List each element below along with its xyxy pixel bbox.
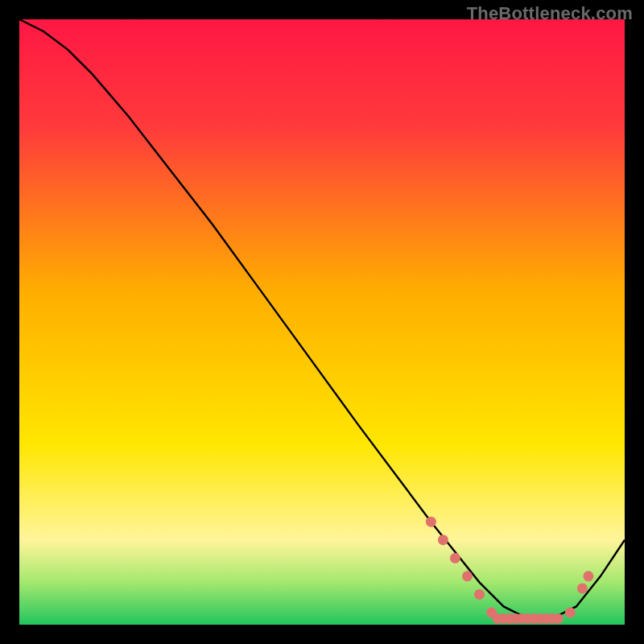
data-marker — [583, 571, 593, 581]
data-marker — [565, 607, 576, 617]
plot-area — [19, 19, 625, 625]
gradient-background — [19, 19, 625, 625]
data-marker — [450, 553, 460, 564]
data-marker — [553, 613, 564, 624]
data-marker — [577, 583, 588, 593]
data-marker — [474, 589, 485, 600]
data-marker — [426, 517, 436, 527]
data-marker — [438, 535, 448, 545]
chart-frame: TheBottleneck.com — [0, 0, 644, 644]
bottleneck-plot-svg — [19, 19, 625, 625]
watermark-text: TheBottleneck.com — [467, 3, 633, 24]
data-marker — [462, 571, 473, 581]
